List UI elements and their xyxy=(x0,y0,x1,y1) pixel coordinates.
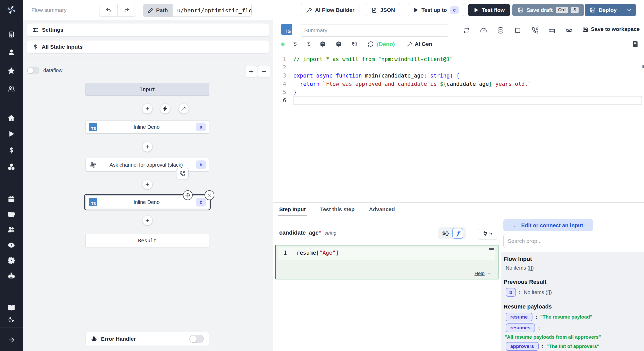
dataflow-toggle[interactable] xyxy=(27,67,39,74)
save-draft-button[interactable]: Save draft Ctrl S xyxy=(512,4,584,16)
json-button[interactable]: JSON xyxy=(366,4,400,16)
insert-step-button[interactable] xyxy=(142,104,152,114)
workspace-building-icon[interactable] xyxy=(8,31,15,38)
approvers-description: "The list of approvers" xyxy=(547,344,599,349)
early-stop-gauge-icon[interactable] xyxy=(480,27,487,34)
connect-input-plug-button[interactable] xyxy=(478,228,497,240)
insert-step-button[interactable] xyxy=(142,216,152,225)
plus-icon xyxy=(248,69,254,74)
resume-key-badge[interactable]: resume xyxy=(506,313,532,321)
path-value[interactable]: u/henri/optimistic_flo xyxy=(173,4,251,16)
minimap-marker xyxy=(489,248,494,250)
suspend-phone-incoming-icon[interactable] xyxy=(176,168,189,179)
slack-icon xyxy=(89,161,96,168)
graph-zoom-in-button[interactable] xyxy=(245,66,257,78)
graph-node-input[interactable]: Input xyxy=(86,83,209,96)
groups-settings-icon[interactable] xyxy=(8,226,15,234)
plug-arrow-icon xyxy=(482,230,493,237)
resources-dollar-icon[interactable] xyxy=(306,41,312,47)
step-id-badge: c xyxy=(196,198,206,207)
home-icon[interactable] xyxy=(8,114,15,122)
expression-editor[interactable]: 1 resume["Age"] Help xyxy=(275,245,498,279)
search-prop-input[interactable]: Search prop... xyxy=(503,234,644,248)
error-handler-card[interactable]: Error Handler xyxy=(86,332,209,346)
step-summary-input[interactable]: Summary xyxy=(300,24,449,37)
audit-eye-icon[interactable] xyxy=(8,242,15,249)
graph-zoom-out-button[interactable] xyxy=(258,66,270,78)
redo-button[interactable] xyxy=(117,4,136,16)
flow-settings-button[interactable]: Settings xyxy=(27,23,269,37)
help-toggle[interactable]: Help xyxy=(474,271,492,276)
javascript-mode-button[interactable]: ƒ xyxy=(452,228,463,239)
search-prop-placeholder: Search prop... xyxy=(508,238,542,244)
insert-step-button[interactable] xyxy=(142,179,152,189)
resources-boxes-icon[interactable] xyxy=(8,163,15,170)
kbd-s: S xyxy=(571,7,579,13)
close-icon xyxy=(207,193,212,198)
docs-book-icon[interactable] xyxy=(8,304,15,311)
package-icon[interactable] xyxy=(320,41,326,47)
save-icon xyxy=(582,26,588,32)
tab-step-input[interactable]: Step Input xyxy=(279,203,306,216)
current-line-highlight xyxy=(293,96,642,105)
editor-overview-ruler[interactable] xyxy=(642,51,644,202)
schedules-calendar-icon[interactable] xyxy=(8,196,15,203)
undo-button[interactable] xyxy=(99,4,117,16)
insert-ai-button[interactable] xyxy=(179,104,189,114)
flow-graph-panel: Settings All Static Inputs dataflow Inpu… xyxy=(23,20,273,351)
user-group-icon[interactable] xyxy=(8,85,15,92)
graph-node-result[interactable]: Result xyxy=(86,234,209,247)
deploy-more-button[interactable] xyxy=(622,4,636,16)
collapse-arrow-right-icon[interactable] xyxy=(8,336,15,344)
move-node-handle[interactable] xyxy=(183,190,193,200)
cache-database-icon[interactable] xyxy=(497,27,504,34)
ai-gen-button[interactable]: AI Gen xyxy=(407,41,432,47)
dark-mode-moon-icon[interactable] xyxy=(8,316,15,323)
suspend-phone-incoming-icon[interactable] xyxy=(532,27,538,34)
flow-summary-placeholder: Flow summary xyxy=(31,7,67,13)
sleep-bed-icon[interactable] xyxy=(548,27,555,34)
variables-dollar-icon[interactable] xyxy=(292,41,298,47)
deploy-button[interactable]: Deploy xyxy=(585,4,622,16)
library-book-icon[interactable] xyxy=(632,41,638,47)
error-handler-toggle[interactable] xyxy=(189,335,204,343)
user-icon[interactable] xyxy=(8,49,15,56)
approvers-key-badge[interactable]: approvers xyxy=(506,342,539,351)
all-static-inputs-button[interactable]: All Static Inputs xyxy=(27,40,269,54)
reset-rotate-ccw-icon[interactable] xyxy=(352,41,358,47)
save-to-workspace-button[interactable]: Save to workspace xyxy=(582,26,640,32)
tab-advanced[interactable]: Advanced xyxy=(369,203,395,216)
reload-refresh-icon[interactable] xyxy=(368,41,374,47)
resumes-key-badge[interactable]: resumes xyxy=(506,323,535,332)
favorites-star-icon[interactable] xyxy=(8,67,15,74)
windmill-logo-icon[interactable] xyxy=(6,4,17,15)
chevron-down-icon xyxy=(487,271,492,276)
insert-step-button[interactable] xyxy=(142,142,152,152)
windmill-flow-builder: Flow summary Path u/henri/optimistic_flo… xyxy=(0,0,644,351)
test-flow-button[interactable]: Test flow xyxy=(468,4,510,16)
retry-repeat-icon[interactable] xyxy=(463,27,470,34)
insert-trigger-button[interactable] xyxy=(160,104,170,114)
ai-flow-builder-button[interactable]: AI Flow Builder xyxy=(301,4,360,16)
path-control[interactable]: Path u/henri/optimistic_flo xyxy=(143,4,252,17)
variables-dollar-icon[interactable] xyxy=(8,147,15,154)
runtime-label[interactable]: (Deno) xyxy=(377,41,395,48)
edit-or-connect-back-button[interactable]: ← Edit or connect an input xyxy=(503,219,593,231)
deploy-button-group: Deploy xyxy=(585,4,636,16)
graph-node-b[interactable]: Ask channel for approval (slack) b xyxy=(86,158,209,172)
settings-gear-icon[interactable] xyxy=(8,257,15,264)
delete-node-button[interactable] xyxy=(205,190,214,200)
graph-node-a[interactable]: TS Inline Deno a xyxy=(86,120,209,134)
previous-result-key-badge[interactable]: b xyxy=(506,288,516,297)
mock-voicemail-icon[interactable] xyxy=(566,27,572,34)
concurrency-square-icon[interactable] xyxy=(514,27,521,34)
tab-test-this-step[interactable]: Test this step xyxy=(320,203,355,216)
package-icon[interactable] xyxy=(336,41,342,47)
template-mode-button[interactable]: ${} xyxy=(441,230,450,236)
flow-summary-input[interactable]: Flow summary xyxy=(27,4,103,16)
runs-play-icon[interactable] xyxy=(8,131,15,137)
monaco-editor[interactable]: 1 2 3 4 5 6 // import * as wmill from "n… xyxy=(273,51,644,202)
test-up-to-button[interactable]: Test up to c xyxy=(408,4,464,16)
ai-robot-icon[interactable] xyxy=(8,272,15,280)
folders-icon[interactable] xyxy=(8,211,15,218)
